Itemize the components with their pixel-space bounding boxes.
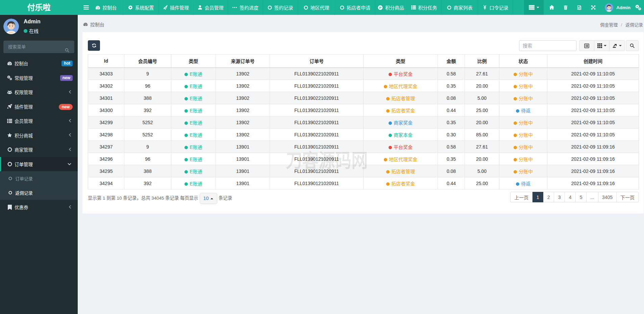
svg-text:P: P bbox=[379, 5, 381, 9]
